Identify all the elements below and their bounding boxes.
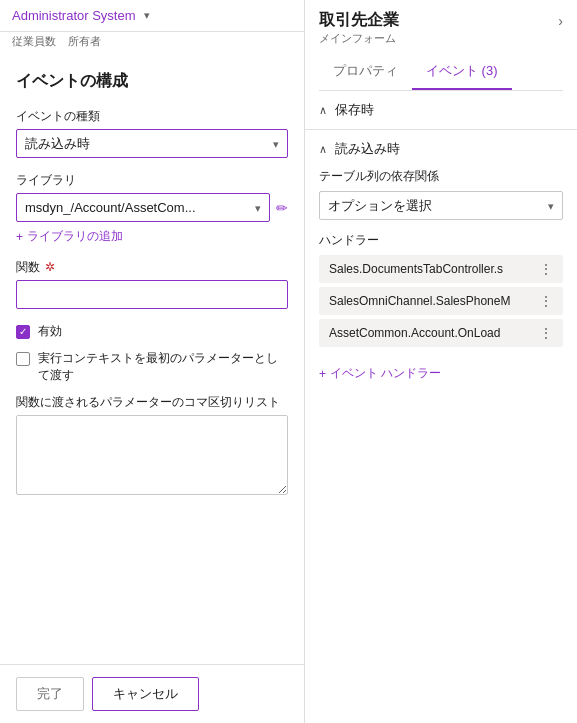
params-textarea[interactable]: [16, 415, 288, 495]
execcontext-checkbox-row: 実行コンテキストを最初のパラメーターとして渡す: [16, 350, 288, 384]
handler-item-0: Sales.DocumentsTabController.s ⋮: [319, 255, 563, 283]
add-library-label: ライブラリの追加: [27, 228, 123, 245]
library-select[interactable]: msdyn_/Account/AssetCom...: [17, 194, 269, 221]
section-save-header[interactable]: ∧ 保存時: [305, 91, 577, 129]
right-panel-title: 取引先企業: [319, 10, 399, 31]
function-input[interactable]: [16, 280, 288, 309]
add-handler-label: イベント ハンドラー: [330, 365, 441, 382]
required-star: ✲: [42, 260, 55, 274]
sub-label-2: 所有者: [68, 34, 101, 49]
handler-name-0: Sales.DocumentsTabController.s: [329, 262, 503, 276]
section-save-chevron-icon: ∧: [319, 104, 327, 117]
section-load-label: 読み込み時: [335, 140, 400, 158]
done-button[interactable]: 完了: [16, 677, 84, 711]
sub-labels: 従業員数 所有者: [0, 32, 304, 55]
section-load-content: テーブル列の依存関係 オプションを選択 ▾ ハンドラー Sales.Docume…: [305, 168, 577, 357]
handler-dots-0[interactable]: ⋮: [539, 261, 553, 277]
right-panel-subtitle: メインフォーム: [319, 31, 563, 46]
top-bar: Administrator System ▾: [0, 0, 304, 32]
add-handler-link[interactable]: + イベント ハンドラー: [305, 357, 577, 390]
handler-name-1: SalesOmniChannel.SalesPhoneM: [329, 294, 510, 308]
handler-dots-1[interactable]: ⋮: [539, 293, 553, 309]
event-type-group: イベントの種類 読み込み時 ▾: [16, 108, 288, 158]
right-panel-chevron-icon[interactable]: ›: [558, 13, 563, 29]
execcontext-checkbox[interactable]: [16, 352, 30, 366]
handler-name-2: AssetCommon.Account.OnLoad: [329, 326, 500, 340]
dependency-select[interactable]: オプションを選択: [320, 192, 562, 219]
section-load-chevron-icon: ∧: [319, 143, 327, 156]
execcontext-label: 実行コンテキストを最初のパラメーターとして渡す: [38, 350, 288, 384]
add-library-link[interactable]: + ライブラリの追加: [16, 228, 288, 245]
dependency-label: テーブル列の依存関係: [319, 168, 563, 185]
tab-events[interactable]: イベント (3): [412, 54, 512, 90]
function-group: 関数 ✲: [16, 259, 288, 309]
event-type-select-wrapper: 読み込み時 ▾: [16, 129, 288, 158]
form-bottom: 完了 キャンセル: [0, 664, 304, 723]
form-content: イベントの構成 イベントの種類 読み込み時 ▾ ライブラリ msdyn_/Acc…: [0, 55, 304, 664]
add-handler-plus-icon: +: [319, 367, 326, 381]
library-label: ライブラリ: [16, 172, 288, 189]
admin-chevron-icon: ▾: [144, 9, 150, 22]
handler-dots-2[interactable]: ⋮: [539, 325, 553, 341]
admin-link[interactable]: Administrator System: [12, 8, 136, 23]
sub-label-1: 従業員数: [12, 34, 56, 49]
add-library-plus-icon: +: [16, 230, 23, 244]
enabled-checkbox-row: 有効: [16, 323, 288, 340]
left-panel: Administrator System ▾ 従業員数 所有者 イベントの構成 …: [0, 0, 305, 723]
library-edit-icon[interactable]: ✏: [276, 200, 288, 216]
right-header: 取引先企業 › メインフォーム プロパティ イベント (3): [305, 0, 577, 91]
function-label: 関数 ✲: [16, 259, 288, 276]
event-type-select[interactable]: 読み込み時: [17, 130, 287, 157]
section-save: ∧ 保存時: [305, 91, 577, 130]
handler-list: Sales.DocumentsTabController.s ⋮ SalesOm…: [319, 255, 563, 347]
right-body: ∧ 保存時 ∧ 読み込み時 テーブル列の依存関係 オプションを選択 ▾ ハンドラ…: [305, 91, 577, 723]
enabled-label: 有効: [38, 323, 62, 340]
form-title: イベントの構成: [16, 71, 288, 92]
handler-item-1: SalesOmniChannel.SalesPhoneM ⋮: [319, 287, 563, 315]
params-label: 関数に渡されるパラメーターのコマ区切りリスト: [16, 394, 288, 411]
section-save-label: 保存時: [335, 101, 374, 119]
dependency-select-wrapper: オプションを選択 ▾: [319, 191, 563, 220]
section-load: ∧ 読み込み時 テーブル列の依存関係 オプションを選択 ▾ ハンドラー Sale…: [305, 130, 577, 390]
params-group: 関数に渡されるパラメーターのコマ区切りリスト: [16, 394, 288, 498]
library-group: ライブラリ msdyn_/Account/AssetCom... ▾ ✏ + ラ…: [16, 172, 288, 245]
handler-label: ハンドラー: [319, 232, 563, 249]
library-select-wrapper: msdyn_/Account/AssetCom... ▾: [16, 193, 270, 222]
right-header-top: 取引先企業 ›: [319, 10, 563, 31]
event-type-label: イベントの種類: [16, 108, 288, 125]
library-row: msdyn_/Account/AssetCom... ▾ ✏: [16, 193, 288, 222]
right-panel: 取引先企業 › メインフォーム プロパティ イベント (3) ∧ 保存時 ∧ 読…: [305, 0, 577, 723]
enabled-checkbox[interactable]: [16, 325, 30, 339]
section-load-header[interactable]: ∧ 読み込み時: [305, 130, 577, 168]
tabs-row: プロパティ イベント (3): [319, 54, 563, 91]
cancel-button[interactable]: キャンセル: [92, 677, 199, 711]
tab-properties[interactable]: プロパティ: [319, 54, 412, 90]
handler-item-2: AssetCommon.Account.OnLoad ⋮: [319, 319, 563, 347]
